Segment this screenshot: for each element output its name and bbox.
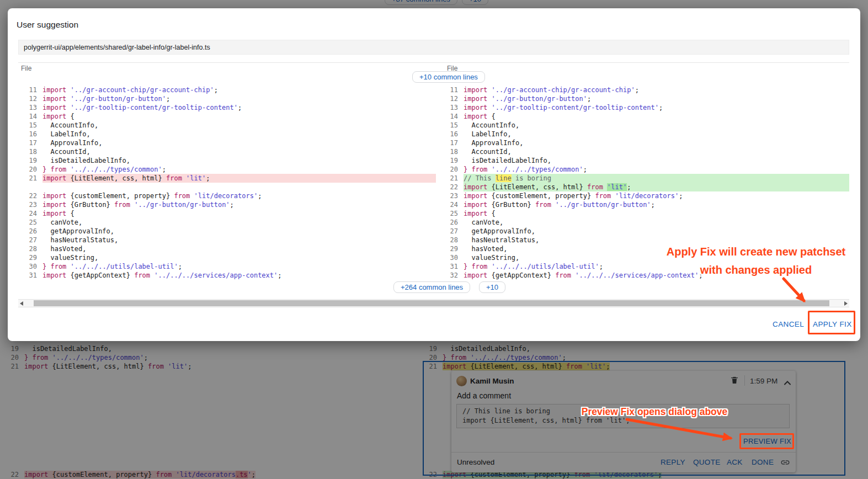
preview-fix-annotation: Preview Fix opens dialog above (574, 406, 735, 418)
scroll-left-arrow-icon[interactable] (20, 301, 23, 306)
code-line: 25 canVote, (18, 218, 436, 227)
diff-left-pane: 11import '../gr-account-chip/gr-account-… (18, 86, 436, 280)
code-line: 23import {GrButton} from '../gr-button/g… (18, 200, 436, 209)
code-text: import '../gr-button/gr-button'; (42, 94, 436, 103)
code-line: 19 isDetailedLabelInfo, (436, 156, 849, 165)
line-number: 19 (18, 156, 42, 165)
code-text: AccountInfo, (464, 121, 849, 130)
apply-fix-highlight-box (808, 311, 855, 334)
code-line: 24import {GrButton} from '../gr-button/g… (436, 200, 849, 209)
code-line: 27 hasNeutralStatus, (18, 236, 436, 244)
code-text (42, 183, 436, 191)
line-number (18, 183, 42, 191)
line-number: 27 (18, 236, 42, 244)
line-number: 17 (18, 139, 42, 147)
diff-header: File File (18, 62, 849, 72)
code-text: import { (42, 209, 436, 218)
line-number: 15 (436, 121, 464, 130)
line-number: 18 (436, 147, 464, 156)
code-text: hasNeutralStatus, (42, 236, 436, 244)
line-number: 27 (436, 227, 464, 236)
line-number: 13 (436, 103, 464, 112)
screen: +87 common lines +10 19 isDetailedLabelI… (0, 0, 868, 479)
line-number: 11 (436, 86, 464, 94)
code-line: 11import '../gr-account-chip/gr-account-… (436, 86, 849, 94)
code-line: 20} from '../../../types/common'; (18, 165, 436, 174)
horizontal-scrollbar[interactable] (18, 299, 849, 307)
line-number: 24 (436, 200, 464, 209)
code-line: 27 getApprovalInfo, (436, 227, 849, 236)
code-line: 19 isDetailedLabelInfo, (18, 156, 436, 165)
code-line: 11import '../gr-account-chip/gr-account-… (18, 86, 436, 94)
code-line: 12import '../gr-button/gr-button'; (18, 94, 436, 103)
code-text: import '../gr-button/gr-button'; (464, 94, 849, 103)
code-text: import {getAppContext} from '../../../se… (42, 271, 436, 280)
code-line: 20} from '../../../types/common'; (436, 165, 849, 174)
cancel-button[interactable]: CANCEL (773, 320, 804, 328)
code-text: LabelInfo, (42, 130, 436, 139)
code-line: 21// This line is boring (436, 174, 849, 183)
line-number: 25 (436, 209, 464, 218)
code-text: } from '../../../types/common'; (464, 165, 849, 174)
code-line: 15 AccountInfo, (436, 121, 849, 130)
line-number: 11 (18, 86, 42, 94)
code-text: isDetailedLabelInfo, (42, 156, 436, 165)
line-number: 12 (436, 94, 464, 103)
code-text: ApprovalInfo, (42, 139, 436, 147)
code-text: import '../gr-tooltip-content/gr-tooltip… (464, 103, 849, 112)
line-number: 19 (436, 156, 464, 165)
code-text: valueString, (42, 253, 436, 262)
code-line: 31import {getAppContext} from '../../../… (18, 271, 436, 280)
line-number: 14 (436, 112, 464, 121)
code-line: 26 getApprovalInfo, (18, 227, 436, 236)
code-line (18, 183, 436, 191)
code-text: import {LitElement, css, html} from 'lit… (464, 183, 849, 191)
line-number: 17 (436, 139, 464, 147)
line-number: 30 (436, 253, 464, 262)
file-path: polygerrit-ui/app/elements/shared/gr-lab… (18, 40, 849, 55)
line-number: 30 (18, 262, 42, 271)
line-number: 18 (18, 147, 42, 156)
line-number: 22 (436, 183, 464, 191)
expand-common-lines-button-above[interactable]: +10 common lines (412, 71, 485, 83)
code-text: getApprovalInfo, (42, 227, 436, 236)
scrollbar-thumb[interactable] (34, 300, 829, 306)
code-text: isDetailedLabelInfo, (464, 156, 849, 165)
code-text: AccountId, (42, 147, 436, 156)
expand-common-lines-button-below[interactable]: +264 common lines (393, 281, 470, 293)
code-line: 30} from '../../../utils/label-util'; (18, 262, 436, 271)
code-text: import {customElement, property} from 'l… (464, 191, 849, 200)
code-text: ApprovalInfo, (464, 139, 849, 147)
code-text: import { (42, 112, 436, 121)
code-text: canVote, (42, 218, 436, 227)
line-number: 13 (18, 103, 42, 112)
user-suggestion-dialog: User suggestion polygerrit-ui/app/elemen… (8, 8, 860, 341)
line-number: 29 (18, 253, 42, 262)
code-line: 17 ApprovalInfo, (436, 139, 849, 147)
code-text: import '../gr-account-chip/gr-account-ch… (42, 86, 436, 94)
code-line: 28 hasVoted, (18, 244, 436, 253)
line-number: 22 (18, 191, 42, 200)
line-number: 23 (436, 191, 464, 200)
code-line: 16 LabelInfo, (18, 130, 436, 139)
code-text: canVote, (464, 218, 849, 227)
code-text: // This line is boring (464, 174, 849, 183)
code-text: import '../gr-tooltip-content/gr-tooltip… (42, 103, 436, 112)
code-text: import {LitElement, css, html} from 'lit… (42, 174, 436, 183)
code-line: 22import {customElement, property} from … (18, 191, 436, 200)
line-number: 16 (436, 130, 464, 139)
scroll-right-arrow-icon[interactable] (844, 301, 848, 306)
code-line: 14import { (18, 112, 436, 121)
line-number: 23 (18, 200, 42, 209)
line-number: 31 (436, 262, 464, 271)
preview-fix-highlight-box (739, 433, 794, 449)
expand-ten-button-below[interactable]: +10 (479, 281, 505, 293)
line-number: 28 (436, 236, 464, 244)
left-pane-header: File (21, 65, 31, 72)
code-line: 13import '../gr-tooltip-content/gr-toolt… (18, 103, 436, 112)
code-text: hasVoted, (42, 244, 436, 253)
code-text: LabelInfo, (464, 130, 849, 139)
code-text: getApprovalInfo, (464, 227, 849, 236)
dialog-title: User suggestion (17, 20, 78, 30)
code-line: 18 AccountId, (436, 147, 849, 156)
